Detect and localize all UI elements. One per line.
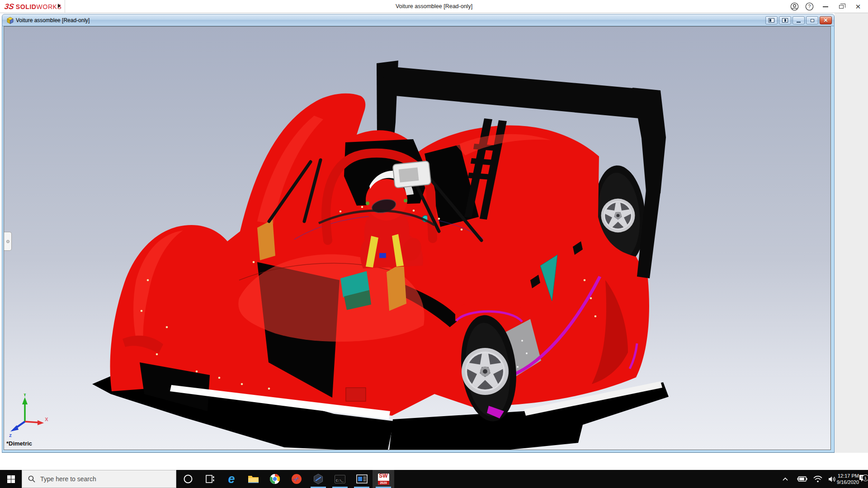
view-orientation-label: *Dimetric (6, 440, 32, 447)
doc-close-button[interactable]: ✕ (820, 16, 832, 24)
hexagon-app-icon (313, 474, 324, 484)
hidden-icons-chevron[interactable] (781, 470, 789, 488)
app-titlebar: 3S SOLIDWORKS Voiture assomblee [Read-on… (0, 0, 868, 13)
taskbar-item-command-prompt[interactable]: C:\_ (329, 470, 351, 488)
app-close-button[interactable]: ✕ (852, 0, 864, 13)
pane-left-icon (769, 18, 774, 23)
doc-restore-button[interactable] (806, 16, 818, 24)
assembly-icon (6, 17, 14, 24)
wifi-icon (813, 476, 822, 483)
pane-split-icon (782, 18, 788, 23)
document-window: Voiture assomblee [Read-only] ✕ (2, 14, 835, 453)
close-icon: ✕ (823, 18, 828, 23)
rear-view-mirror (393, 161, 431, 188)
task-view-icon (205, 474, 215, 483)
document-titlebar[interactable]: Voiture assomblee [Read-only] ✕ (2, 14, 835, 26)
taskbar-item-chrome[interactable] (264, 470, 286, 488)
taskbar-item-snipping-tool[interactable]: ✂ (286, 470, 307, 488)
edge-icon: e (228, 473, 235, 485)
notification-badge: 1 (862, 474, 868, 481)
harness-buckle (379, 253, 386, 258)
snipping-tool-icon: ✂ (291, 474, 302, 484)
action-center-button[interactable]: 1 (858, 470, 868, 488)
axis-y-label: Y (23, 394, 27, 397)
taskbar-clock[interactable]: 12:17 PM 9/16/2020 (835, 470, 859, 488)
feature-tree-collapsed-tab[interactable] (4, 232, 12, 251)
command-prompt-icon: C:\_ (335, 475, 345, 483)
cortana-icon (183, 474, 193, 484)
clock-date: 9/16/2020 (835, 479, 859, 485)
app-minimize-button[interactable] (820, 0, 831, 13)
media-player-icon (356, 474, 368, 483)
axis-x-label: X (45, 417, 48, 422)
svg-text:?: ? (808, 4, 811, 9)
restore-icon (839, 5, 844, 9)
clock-time: 12:17 PM (835, 473, 859, 479)
help-icon: ? (805, 2, 814, 11)
orientation-triad[interactable]: Y X Z (7, 394, 50, 439)
app-restore-button[interactable] (835, 0, 847, 13)
task-pane-area (835, 13, 868, 453)
graphics-viewport[interactable]: Y X Z *Dimetric (4, 26, 831, 450)
taskbar-item-task-view[interactable] (199, 470, 221, 488)
taskbar-item-edrawings[interactable] (307, 470, 329, 488)
document-frame: Y X Z *Dimetric (2, 26, 835, 453)
search-icon (28, 475, 35, 483)
minimize-icon (797, 22, 801, 23)
chrome-icon (269, 474, 280, 484)
car-3d-model[interactable] (4, 27, 831, 450)
account-button[interactable] (789, 0, 799, 13)
search-input[interactable] (39, 475, 166, 483)
app-title: Voiture assomblee [Read-only] (0, 0, 868, 13)
user-icon (790, 2, 799, 11)
file-explorer-icon (248, 474, 259, 484)
battery-indicator[interactable] (796, 470, 808, 488)
status-bar (0, 453, 868, 470)
network-indicator[interactable] (812, 470, 824, 488)
close-icon: ✕ (855, 3, 861, 11)
tab-grip-icon (6, 240, 9, 243)
desktop: 3S SOLIDWORKS Voiture assomblee [Read-on… (0, 0, 868, 488)
taskbar-item-file-explorer[interactable] (242, 470, 264, 488)
pane-left-button[interactable] (765, 16, 778, 24)
windows-logo-icon (7, 475, 15, 483)
start-button[interactable] (0, 470, 22, 488)
chevron-up-icon (782, 477, 788, 481)
restore-icon (811, 19, 814, 22)
battery-charging-icon (797, 476, 807, 482)
help-button[interactable]: ? (804, 0, 814, 13)
underbody-detail (346, 388, 366, 401)
document-title: Voiture assomblee [Read-only] (16, 14, 90, 27)
taskbar-item-cortana[interactable] (177, 470, 199, 488)
pane-split-button[interactable] (779, 16, 791, 24)
axis-z-label: Z (9, 433, 12, 438)
taskbar-search[interactable] (22, 470, 176, 488)
taskbar-item-edge[interactable]: e (221, 470, 242, 488)
solidworks-2020-icon: SW 2020 (378, 474, 389, 485)
taskbar-item-solidworks-2020[interactable]: SW 2020 (373, 470, 394, 488)
minimize-icon (823, 6, 828, 7)
taskbar-item-media-player[interactable] (351, 470, 373, 488)
doc-minimize-button[interactable] (793, 16, 805, 24)
taskbar: e ✂ (0, 470, 868, 488)
